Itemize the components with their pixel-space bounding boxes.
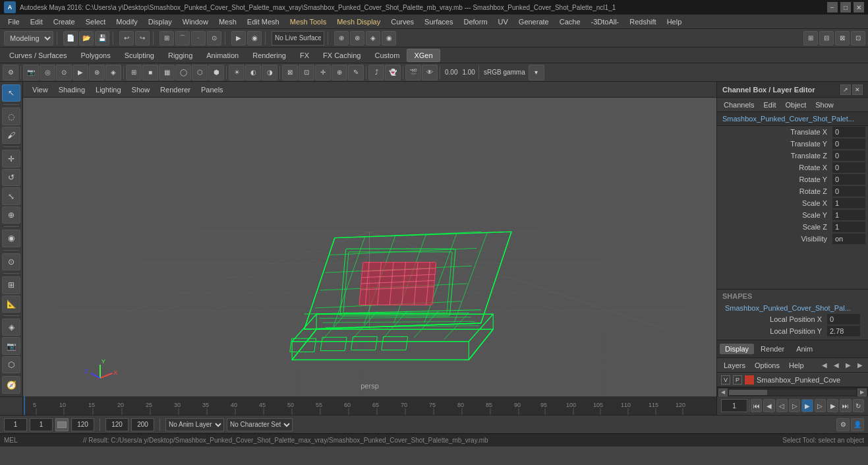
ws-tab-xgen[interactable]: XGen [407, 49, 440, 62]
layer-left-arrow2[interactable]: ◀ [831, 360, 842, 371]
tl-play-back[interactable]: ▷ [789, 399, 800, 412]
tl-loop[interactable]: ↻ [853, 399, 864, 412]
ws-tab-sculpting[interactable]: Sculpting [118, 49, 161, 62]
ch-value-sx[interactable] [832, 198, 865, 208]
display-right-btn2[interactable]: ⊟ [819, 31, 834, 46]
camera-tool[interactable]: 📷 [2, 337, 20, 354]
lasso-tool[interactable]: ◌ [2, 108, 20, 125]
pb-anim-layer[interactable]: No Anim Layer [165, 418, 224, 431]
icon-lights[interactable]: ☀ [229, 65, 245, 80]
ws-tab-rendering[interactable]: Rendering [246, 49, 293, 62]
tl-prev-key[interactable]: ◀ [763, 399, 774, 412]
sh-value-lpy[interactable] [827, 326, 860, 336]
layer-color-swatch[interactable] [745, 375, 754, 385]
icon-camera-seq[interactable]: 🎬 [405, 65, 421, 80]
icon-ao[interactable]: ◑ [262, 65, 277, 80]
workspace-dropdown[interactable]: Modeling [4, 31, 53, 46]
menu-edit-mesh[interactable]: Edit Mesh [242, 16, 285, 27]
ch-value-ty[interactable] [832, 139, 865, 149]
scroll-thumb[interactable] [729, 390, 767, 395]
menu-display[interactable]: Display [143, 16, 177, 27]
layer-left-arrow[interactable]: ◀ [819, 360, 830, 371]
ws-tab-animation[interactable]: Animation [200, 49, 245, 62]
viewport-canvas[interactable]: X Y Z persp [23, 98, 716, 396]
layer-right-arrow[interactable]: ▶ [843, 360, 854, 371]
lay-menu-layers[interactable]: Layers [720, 360, 749, 371]
menu-edit[interactable]: Edit [25, 16, 48, 27]
pb-prefs[interactable]: ⚙ [836, 418, 850, 431]
misc-btn2[interactable]: ⊗ [350, 31, 364, 46]
icon-gear[interactable]: ⚙ [3, 65, 18, 80]
icon-color-space-btn[interactable]: ▾ [529, 65, 544, 80]
icon-wireframe[interactable]: ⊞ [126, 65, 142, 80]
icon-hud[interactable]: ⊡ [299, 65, 314, 80]
redo-btn[interactable]: ↪ [135, 31, 150, 46]
icon-paint-fx[interactable]: ✎ [348, 65, 364, 80]
lay-menu-options[interactable]: Options [751, 360, 784, 371]
minimize-button[interactable]: − [827, 2, 838, 13]
save-file-btn[interactable]: 💾 [95, 31, 109, 46]
open-file-btn[interactable]: 📂 [79, 31, 94, 46]
ch-value-rz[interactable] [832, 186, 865, 197]
pb-char-btn[interactable]: 👤 [851, 418, 864, 431]
ws-tab-fxcaching[interactable]: FX Caching [316, 49, 367, 62]
select-tool[interactable]: ↖ [2, 84, 20, 102]
ch-menu-show[interactable]: Show [811, 100, 838, 110]
paint-sel-tool[interactable]: 🖌 [2, 127, 20, 144]
menu-mesh[interactable]: Mesh [214, 16, 242, 27]
tl-next-frame[interactable]: ▷ [815, 399, 826, 412]
icon-solid[interactable]: ■ [142, 65, 158, 80]
tl-next-key[interactable]: ▶ [827, 399, 838, 412]
menu-redshift[interactable]: Redshift [624, 16, 661, 27]
right-header-buttons[interactable]: ↗ ✕ [840, 84, 863, 95]
misc-btn3[interactable]: ◈ [366, 31, 380, 46]
lay-menu-help[interactable]: Help [785, 360, 808, 371]
rh-btn-close[interactable]: ✕ [852, 84, 863, 95]
misc-btn1[interactable]: ⊕ [334, 31, 349, 46]
scroll-track[interactable] [729, 390, 856, 395]
pb-end[interactable] [105, 418, 129, 431]
icon-motion-trail[interactable]: ⤴ [368, 65, 384, 80]
sh-value-lpx[interactable] [827, 314, 860, 325]
icon-shadows[interactable]: ◐ [245, 65, 261, 80]
ch-value-sz[interactable] [832, 222, 865, 232]
icon-camera[interactable]: 📷 [23, 65, 39, 80]
menu-mesh-display[interactable]: Mesh Display [332, 16, 386, 27]
icon-sel-manip[interactable]: ⊕ [332, 65, 347, 80]
icon-grid-toggle[interactable]: ⊠ [282, 65, 298, 80]
scroll-right-arrow[interactable]: ▶ [857, 388, 867, 396]
icon-cam-persp[interactable]: ◎ [40, 65, 55, 80]
menu-mesh-tools[interactable]: Mesh Tools [285, 16, 332, 27]
scale-tool[interactable]: ⤡ [2, 187, 20, 204]
ws-tab-fx[interactable]: FX [293, 49, 316, 62]
measure[interactable]: 📐 [2, 295, 20, 313]
ws-tab-custom[interactable]: Custom [368, 49, 407, 62]
layer-visibility[interactable]: V [721, 375, 730, 385]
tl-prev-frame[interactable]: ◁ [776, 399, 788, 412]
ch-value-vis[interactable] [832, 233, 865, 244]
snap-grid-btn[interactable]: ⊞ [159, 31, 174, 46]
snap-view-btn[interactable]: ⊙ [207, 31, 221, 46]
menu-uv[interactable]: UV [493, 16, 513, 27]
display-right-btn4[interactable]: ⊡ [851, 31, 865, 46]
disp-tab-display[interactable]: Display [720, 344, 754, 354]
menu-file[interactable]: File [3, 16, 25, 27]
icon-fine[interactable]: ⬢ [208, 65, 224, 80]
tl-go-start[interactable]: ⏮ [751, 399, 762, 412]
icon-manip[interactable]: ✛ [315, 65, 331, 80]
disp-tab-render[interactable]: Render [755, 344, 790, 354]
ws-tab-rigging[interactable]: Rigging [161, 49, 199, 62]
view-cube[interactable]: ⬡ [2, 356, 20, 373]
icon-cam-ortho[interactable]: ⊙ [56, 65, 72, 80]
layer-right-arrow2[interactable]: ▶ [855, 360, 865, 371]
vp-menu-lighting[interactable]: Lighting [92, 84, 125, 95]
menu-surfaces[interactable]: Surfaces [419, 16, 458, 27]
render-btn[interactable]: ▶ [231, 31, 246, 46]
ch-value-sy[interactable] [832, 210, 865, 220]
vp-menu-renderer[interactable]: Renderer [156, 84, 194, 95]
vp-menu-panels[interactable]: Panels [197, 84, 227, 95]
display-right-btn1[interactable]: ⊞ [803, 31, 818, 46]
soft-mod-tool[interactable]: ◉ [2, 230, 20, 247]
live-surface-input[interactable] [272, 31, 324, 46]
ipr-btn[interactable]: ◉ [247, 31, 262, 46]
